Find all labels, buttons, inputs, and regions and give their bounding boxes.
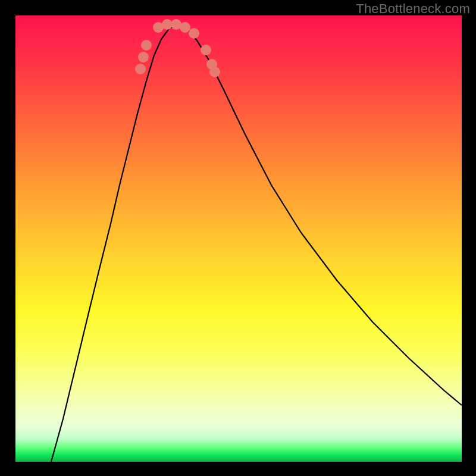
curve-marker — [189, 28, 199, 39]
curve-marker — [135, 64, 146, 74]
bottleneck-curve-line — [51, 24, 462, 462]
chart-plot-area — [15, 15, 462, 462]
curve-marker — [209, 67, 220, 77]
curve-marker — [141, 40, 152, 51]
bottleneck-curve-svg — [15, 15, 462, 462]
curve-marker — [201, 45, 211, 55]
curve-marker — [180, 22, 190, 33]
curve-marker — [138, 52, 149, 62]
curve-marker-group — [135, 19, 220, 77]
watermark-text: TheBottleneck.com — [356, 1, 470, 17]
